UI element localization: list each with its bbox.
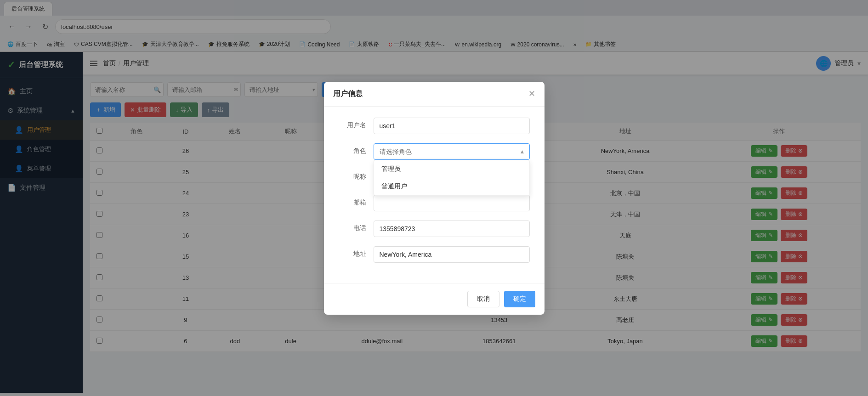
form-row-username: 用户名 (339, 118, 530, 134)
role-label: 角色 (339, 143, 366, 155)
form-row-email: 邮箱 (339, 195, 530, 211)
email-label: 邮箱 (339, 195, 366, 207)
confirm-button[interactable]: 确定 (504, 291, 535, 307)
cancel-button[interactable]: 取消 (467, 291, 499, 307)
address-input[interactable] (374, 246, 530, 263)
phone-label: 电话 (339, 221, 366, 232)
role-dropdown: 管理员 普通用户 (374, 160, 530, 196)
form-row-address: 地址 (339, 246, 530, 263)
dropdown-item-admin[interactable]: 管理员 (374, 160, 529, 178)
role-select[interactable] (374, 143, 530, 160)
modal-close-button[interactable]: ✕ (528, 90, 535, 98)
role-select-wrap: ▲ 管理员 普通用户 (374, 143, 530, 160)
modal-footer: 取消 确定 (324, 283, 545, 315)
modal-body: 用户名 角色 ▲ 管理员 普通用户 昵称 (324, 107, 545, 283)
username-input[interactable] (374, 118, 530, 134)
nickname-label: 昵称 (339, 169, 366, 181)
phone-input[interactable] (374, 221, 530, 237)
email-input[interactable] (374, 195, 530, 211)
modal-header: 用户信息 ✕ (324, 82, 545, 107)
username-label: 用户名 (339, 118, 366, 130)
dropdown-item-user[interactable]: 普通用户 (374, 178, 529, 195)
modal-title: 用户信息 (333, 89, 363, 99)
form-row-role: 角色 ▲ 管理员 普通用户 (339, 143, 530, 160)
modal-box: 用户信息 ✕ 用户名 角色 ▲ 管理员 普通用户 (324, 82, 545, 315)
form-row-phone: 电话 (339, 221, 530, 237)
address-label: 地址 (339, 246, 366, 258)
modal-overlay: 用户信息 ✕ 用户名 角色 ▲ 管理员 普通用户 (0, 0, 868, 393)
